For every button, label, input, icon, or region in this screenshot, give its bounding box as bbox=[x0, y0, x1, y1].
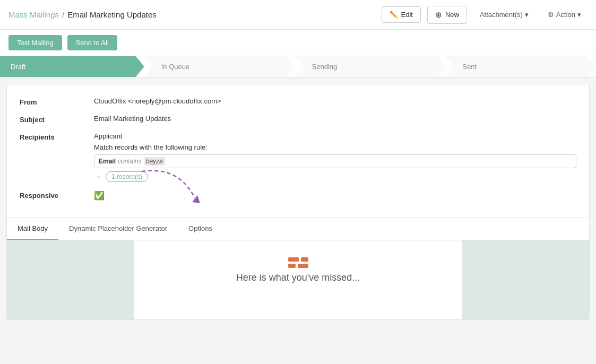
breadcrumb-current: Email Marketing Updates bbox=[67, 10, 157, 19]
sidebar-right bbox=[462, 240, 589, 319]
status-step-draft[interactable]: Draft bbox=[0, 56, 144, 77]
main-content: From CloudOffix <noreply@pm.cloudoffix.c… bbox=[6, 84, 590, 320]
responsive-label: Responsive bbox=[20, 190, 94, 200]
subject-label: Subject bbox=[20, 115, 94, 124]
check-icon: ✅ bbox=[94, 191, 105, 200]
responsive-row: Responsive ✅ bbox=[20, 190, 576, 201]
action-label: Action bbox=[556, 11, 575, 19]
status-bar: Draft In Queue Sending Sent bbox=[0, 56, 596, 77]
recipients-rule-text: Match records with the following rule: bbox=[94, 143, 576, 151]
sidebar-left bbox=[7, 240, 134, 319]
new-label: New bbox=[445, 11, 459, 19]
records-row: → 1 record(s) bbox=[94, 171, 576, 182]
chevron-down-icon: ▾ bbox=[525, 11, 529, 19]
test-mailing-label: Test Mailing bbox=[17, 39, 54, 47]
test-mailing-button[interactable]: Test Mailing bbox=[8, 35, 62, 50]
top-bar-actions: ✏️ Edit ⊕ New Attachment(s) ▾ ⚙ Action ▾ bbox=[382, 6, 588, 24]
edit-icon: ✏️ bbox=[390, 11, 398, 19]
form-section: From CloudOffix <noreply@pm.cloudoffix.c… bbox=[7, 84, 589, 218]
status-inqueue-label: In Queue bbox=[161, 63, 190, 71]
attachments-button[interactable]: Attachment(s) ▾ bbox=[473, 7, 535, 22]
tabs-bar: Mail Body Dynamic Placeholder Generator … bbox=[7, 218, 589, 240]
status-draft-label: Draft bbox=[11, 63, 25, 71]
mail-center: Here is what you've missed... bbox=[134, 240, 462, 319]
breadcrumb-separator: / bbox=[62, 10, 64, 19]
top-bar: Mass Mailings / Email Marketing Updates … bbox=[0, 0, 596, 30]
recipients-value: Applicant Match records with the followi… bbox=[94, 132, 576, 182]
send-to-all-label: Send to All bbox=[76, 39, 109, 47]
attachments-label: Attachment(s) bbox=[480, 11, 523, 19]
status-sent-label: Sent bbox=[462, 63, 477, 71]
gear-icon: ⚙ bbox=[548, 11, 554, 19]
breadcrumb: Mass Mailings / Email Marketing Updates bbox=[8, 10, 382, 19]
filter-field: Email bbox=[99, 158, 116, 165]
from-value: CloudOffix <noreply@pm.cloudoffix.com> bbox=[94, 97, 576, 105]
mail-tagline: Here is what you've missed... bbox=[236, 272, 360, 283]
action-button[interactable]: ⚙ Action ▾ bbox=[541, 7, 588, 22]
send-to-all-button[interactable]: Send to All bbox=[67, 35, 117, 50]
second-bar: Test Mailing Send to All bbox=[0, 30, 596, 56]
tab-mail-body[interactable]: Mail Body bbox=[7, 218, 58, 240]
subject-row: Subject Email Marketing Updates bbox=[20, 115, 576, 124]
status-step-inqueue[interactable]: In Queue bbox=[144, 56, 295, 77]
tab-options-label: Options bbox=[188, 224, 212, 232]
new-button[interactable]: ⊕ New bbox=[427, 6, 467, 24]
status-step-sent[interactable]: Sent bbox=[445, 56, 596, 77]
mail-icon-area bbox=[288, 257, 308, 268]
filter-operator: contains bbox=[118, 158, 142, 165]
status-sending-label: Sending bbox=[312, 63, 338, 71]
from-label: From bbox=[20, 97, 94, 106]
tab-dynamic-placeholder[interactable]: Dynamic Placeholder Generator bbox=[58, 218, 178, 240]
tab-options[interactable]: Options bbox=[178, 218, 223, 240]
arrow-icon: → bbox=[94, 172, 101, 181]
tab-dynamic-placeholder-label: Dynamic Placeholder Generator bbox=[69, 224, 167, 232]
edit-button[interactable]: ✏️ Edit bbox=[382, 6, 421, 23]
filter-value: beyza bbox=[144, 157, 165, 166]
curved-arrow-illustration bbox=[136, 166, 205, 214]
plus-icon: ⊕ bbox=[435, 10, 442, 20]
mail-body-area: Here is what you've missed... bbox=[7, 240, 589, 319]
recipients-label: Recipients bbox=[20, 132, 94, 141]
recipients-type: Applicant bbox=[94, 132, 576, 140]
tab-mail-body-label: Mail Body bbox=[18, 224, 48, 232]
svg-marker-0 bbox=[192, 195, 200, 203]
status-step-sending[interactable]: Sending bbox=[295, 56, 446, 77]
breadcrumb-parent[interactable]: Mass Mailings bbox=[8, 10, 59, 19]
from-row: From CloudOffix <noreply@pm.cloudoffix.c… bbox=[20, 97, 576, 106]
brick-icon bbox=[288, 257, 308, 268]
chevron-down-icon-action: ▾ bbox=[577, 11, 581, 19]
edit-label: Edit bbox=[401, 11, 413, 19]
recipients-row: Recipients Applicant Match records with … bbox=[20, 132, 576, 182]
subject-value: Email Marketing Updates bbox=[94, 115, 576, 123]
